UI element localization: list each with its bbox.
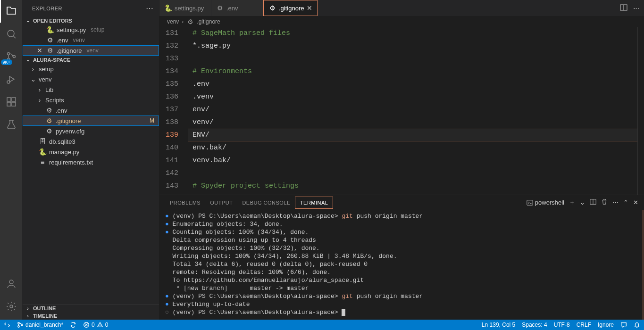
feedback-icon[interactable] [620, 322, 627, 328]
cursor-position[interactable]: Ln 139, Col 5 [482, 322, 515, 328]
bottom-panel: PROBLEMSOUTPUTDEBUG CONSOLETERMINAL powe… [159, 195, 644, 320]
tab-actions: ⋯ [620, 0, 644, 16]
breadcrumb-item[interactable]: .gitignore [197, 18, 220, 25]
panel-tab-terminal[interactable]: TERMINAL [295, 197, 333, 208]
editor-tab[interactable]: 🐍settings.py [159, 0, 211, 16]
file-item[interactable]: 🗄db.sqlite3 [23, 136, 159, 147]
terminal-cursor [342, 309, 345, 316]
open-editor-item[interactable]: ✕⚙.gitignorevenv [23, 45, 159, 56]
more-actions-icon[interactable]: ⋯ [633, 5, 639, 12]
more-icon[interactable]: ⋯ [612, 199, 619, 206]
panel-tab-debug-console[interactable]: DEBUG CONSOLE [237, 197, 295, 208]
run-debug-icon[interactable] [0, 68, 23, 91]
line-number: 141 [159, 154, 178, 167]
code-line[interactable] [188, 167, 644, 180]
language-mode[interactable]: Ignore [598, 322, 614, 328]
breadcrumb-item[interactable]: venv [167, 18, 179, 25]
code-line[interactable]: venv/ [188, 116, 644, 129]
maximize-panel-icon[interactable]: ⌃ [623, 199, 628, 206]
panel-tab-output[interactable]: OUTPUT [205, 197, 237, 208]
accounts-icon[interactable] [0, 272, 23, 295]
code-line[interactable]: .env [188, 78, 644, 91]
terminal-line: ● (venv) PS C:\Users\aeman\Desktop\alura… [165, 212, 636, 220]
workspace-header[interactable]: ⌄ ALURA-SPACE [23, 56, 159, 64]
code-line[interactable]: .venv [188, 91, 644, 103]
chevron-right-icon: › [25, 313, 31, 319]
timeline-header[interactable]: › TIMELINE [23, 312, 159, 320]
terminal-line: ● (venv) PS C:\Users\aeman\Desktop\alura… [165, 292, 636, 300]
outline-header[interactable]: › OUTLINE [23, 304, 159, 312]
branch-indicator[interactable]: daniel_branch* [17, 322, 63, 328]
terminal-output[interactable]: ● (venv) PS C:\Users\aeman\Desktop\alura… [159, 210, 644, 320]
problems-indicator[interactable]: 0 0 [83, 322, 108, 328]
svg-point-3 [13, 56, 15, 58]
new-terminal-icon[interactable]: ＋ [569, 198, 575, 207]
code-line[interactable] [188, 52, 644, 65]
svg-rect-5 [7, 98, 11, 101]
file-item[interactable]: ⚙.gitignoreM [23, 116, 159, 126]
explorer-more-icon[interactable]: ⋯ [146, 4, 154, 13]
settings-gear-icon[interactable] [0, 295, 23, 318]
terminal-dropdown-icon[interactable]: ⌄ [580, 199, 585, 206]
notifications-icon[interactable] [634, 322, 640, 328]
code-line[interactable]: *.sage.py [188, 40, 644, 52]
terminal-shell-label[interactable]: powershell [527, 199, 564, 206]
svg-rect-8 [12, 102, 16, 106]
close-icon[interactable]: ✕ [307, 4, 312, 12]
split-terminal-icon[interactable] [590, 198, 596, 206]
line-number: 132 [159, 40, 178, 52]
code-line[interactable]: ENV/ [188, 129, 644, 141]
close-icon[interactable]: ✕ [36, 47, 43, 54]
eol[interactable]: CRLF [577, 322, 591, 328]
code-line[interactable]: env.bak/ [188, 141, 644, 154]
open-editors-header[interactable]: ⌄ OPEN EDITORS [23, 16, 159, 25]
explorer-icon[interactable] [0, 0, 23, 23]
line-number: 139 [159, 129, 178, 141]
explorer-sidebar: EXPLORER ⋯ ⌄ OPEN EDITORS 🐍settings.pyse… [23, 0, 159, 320]
code-line[interactable]: env/ [188, 103, 644, 116]
editor-label: .env [57, 37, 68, 44]
code-line[interactable]: # SageMath parsed files [188, 27, 644, 40]
encoding[interactable]: UTF-8 [554, 322, 570, 328]
chevron-right-icon: › [25, 305, 31, 311]
breadcrumb[interactable]: venv › ⚙ .gitignore [159, 16, 644, 27]
py-icon: 🐍 [164, 4, 172, 12]
folder-item[interactable]: ›Lib [23, 84, 159, 95]
code-editor[interactable]: 131132133134135136137138139140141142143 … [159, 27, 644, 195]
gear-icon: ⚙ [186, 18, 194, 25]
editor-tab[interactable]: ⚙.gitignore✕ [263, 0, 318, 16]
svg-point-15 [18, 326, 20, 328]
minimap[interactable] [637, 27, 644, 195]
terminal-line: Writing objects: 100% (34/34), 260.88 Ki… [165, 252, 636, 260]
folder-item[interactable]: ⌄venv [23, 74, 159, 84]
source-control-icon[interactable]: 9K+ [0, 45, 23, 68]
panel-actions: powershell ＋ ⌄ ⋯ ⌃ ✕ [527, 198, 638, 207]
split-editor-icon[interactable] [620, 4, 627, 13]
py-icon: 🐍 [46, 26, 54, 33]
file-item[interactable]: 🐍manage.py [23, 147, 159, 157]
folder-item[interactable]: ›Scripts [23, 95, 159, 105]
code-line[interactable]: # Environments [188, 65, 644, 78]
testing-icon[interactable] [0, 113, 23, 136]
folder-item[interactable]: ›setup [23, 64, 159, 74]
file-label: manage.py [49, 148, 79, 156]
open-editor-item[interactable]: ⚙.envvenv [23, 35, 159, 45]
kill-terminal-icon[interactable] [601, 198, 608, 206]
code-line[interactable]: venv.bak/ [188, 154, 644, 167]
extensions-icon[interactable] [0, 91, 23, 113]
file-item[interactable]: ≡requirements.txt [23, 157, 159, 167]
file-item[interactable]: ⚙pyvenv.cfg [23, 126, 159, 136]
file-label: db.sqlite3 [49, 138, 75, 145]
code-line[interactable]: # Spyder project settings [188, 180, 644, 192]
close-panel-icon[interactable]: ✕ [633, 199, 638, 206]
remote-icon[interactable] [4, 322, 10, 328]
editor-tab[interactable]: ⚙.env [211, 0, 263, 16]
search-icon[interactable] [0, 23, 23, 45]
file-label: .env [56, 107, 67, 114]
file-item[interactable]: ⚙.env [23, 105, 159, 116]
sync-icon[interactable] [70, 322, 76, 328]
panel-tab-problems[interactable]: PROBLEMS [165, 197, 205, 208]
open-editor-item[interactable]: 🐍settings.pysetup [23, 25, 159, 35]
terminal-line: ○ (venv) PS C:\Users\aeman\Desktop\alura… [165, 308, 636, 316]
indentation[interactable]: Spaces: 4 [522, 322, 547, 328]
